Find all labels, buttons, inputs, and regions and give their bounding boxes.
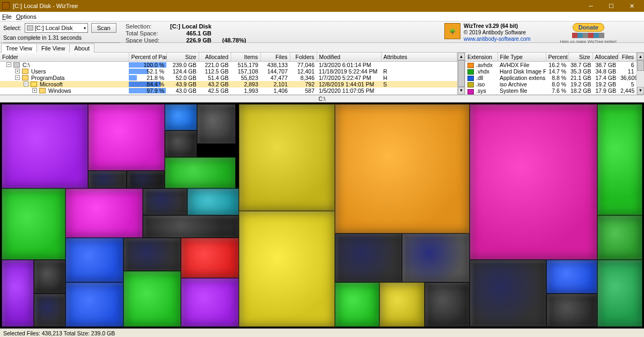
treemap-block[interactable]	[187, 188, 239, 215]
treemap-block[interactable]	[65, 188, 142, 237]
treemap-block[interactable]	[470, 104, 598, 260]
tree-scrollbar[interactable]: ▲ ▼	[457, 53, 465, 94]
scroll-thumb[interactable]	[637, 60, 644, 71]
treemap-block[interactable]	[65, 238, 123, 282]
treemap-block[interactable]	[597, 104, 642, 216]
treemap-block[interactable]	[65, 282, 123, 327]
table-row[interactable]: +Users52.1 %124.4 GB112.5 GB157,108144,7…	[0, 68, 457, 75]
expand-toggle[interactable]: +	[32, 88, 37, 93]
tree-col-allocated[interactable]: Allocated	[199, 53, 231, 61]
treemap-block[interactable]	[470, 260, 546, 327]
tab-tree-view[interactable]: Tree View	[1, 43, 37, 53]
treemap-block[interactable]	[143, 215, 239, 238]
close-button[interactable]: ✕	[621, 1, 642, 11]
ext-col-percent[interactable]: Percent	[546, 53, 568, 61]
treemap-block[interactable]	[335, 233, 402, 282]
tree-col-modified[interactable]: Modified	[317, 53, 381, 61]
tree-col-folder[interactable]: Folder	[0, 53, 129, 61]
tree-col-percent-of-parent[interactable]: Percent of Parent	[129, 53, 166, 61]
treemap-block[interactable]	[34, 260, 66, 293]
folder-icon	[31, 82, 37, 87]
treemap-block[interactable]	[181, 278, 238, 327]
table-row[interactable]: .sysSystem file7.6 %18.2 GB17.9 GB2,445	[465, 87, 636, 94]
treemap-block[interactable]	[546, 260, 598, 293]
tab-about[interactable]: About	[69, 43, 94, 53]
menu-file[interactable]: File	[2, 13, 12, 20]
treemap-block[interactable]	[335, 282, 380, 327]
tree-col-size[interactable]: Size	[166, 53, 199, 61]
menubar: File Options	[0, 12, 644, 21]
treemap-block[interactable]	[546, 294, 598, 327]
tree-col-files[interactable]: Files	[260, 53, 290, 61]
titlebar[interactable]: [C:] Local Disk - WizTree ─ ☐ ✕	[0, 0, 644, 12]
path-bar: C:\	[0, 95, 644, 102]
scroll-down-icon[interactable]: ▼	[458, 87, 465, 94]
treemap-block[interactable]	[2, 104, 88, 189]
ext-col-size[interactable]: Size	[568, 53, 592, 61]
table-row[interactable]: .avhdxAVHDX File16.2 %38.7 GB38.7 GB6	[465, 61, 636, 68]
treemap-block[interactable]	[379, 282, 425, 327]
treemap-block[interactable]	[88, 104, 165, 171]
toolbar: Select: [C:] Local Disk ▾ Scan Scan comp…	[0, 21, 644, 43]
minimize-button[interactable]: ─	[581, 1, 601, 11]
treemap-area[interactable]	[0, 102, 644, 328]
payment-cards-icon	[572, 33, 604, 38]
ext-col-allocated[interactable]: Allocated	[592, 53, 618, 61]
menu-options[interactable]: Options	[16, 13, 36, 20]
tree-col-folders[interactable]: Folders	[290, 53, 317, 61]
tree-col-items[interactable]: Items	[231, 53, 260, 61]
ext-color-swatch	[467, 76, 474, 81]
expand-toggle[interactable]: −	[15, 75, 20, 80]
treemap-block[interactable]	[197, 104, 236, 144]
donate-button[interactable]: Donate	[573, 23, 604, 32]
expand-toggle[interactable]: −	[24, 82, 28, 86]
view-tabs: Tree ViewFile ViewAbout	[0, 43, 644, 53]
table-row[interactable]: +Windows97.9 %43.0 GB42.5 GB1,9931,40658…	[0, 87, 457, 94]
treemap-block[interactable]	[123, 271, 181, 327]
ext-scrollbar[interactable]: ▲ ▼	[636, 53, 644, 94]
scroll-thumb[interactable]	[458, 60, 465, 87]
treemap-block[interactable]	[165, 130, 197, 157]
table-row[interactable]: −ProgramData21.8 %52.0 GB51.4 GB55,82347…	[0, 75, 457, 81]
scan-button[interactable]: Scan	[91, 23, 116, 33]
treemap-block[interactable]	[597, 260, 642, 327]
treemap-block[interactable]	[165, 104, 197, 131]
treemap-block[interactable]	[143, 188, 188, 215]
tree-col-attributes[interactable]: Attributes	[381, 53, 457, 61]
ext-col-files[interactable]: Files	[618, 53, 636, 61]
scroll-down-icon[interactable]: ▼	[637, 87, 644, 94]
expand-toggle[interactable]: −	[6, 62, 11, 67]
treemap-block[interactable]	[402, 233, 469, 282]
treemap-block[interactable]	[2, 188, 65, 260]
ext-col-extension[interactable]: Extension	[465, 53, 497, 61]
table-row[interactable]: .isoiso Archive8.0 %19.2 GB19.2 GB5	[465, 81, 636, 87]
maximize-button[interactable]: ☐	[601, 1, 621, 11]
table-row[interactable]: −Microsoft84.4 %43.9 GB43.2 GB2,8932,101…	[0, 81, 457, 87]
treemap-block[interactable]	[165, 157, 235, 188]
scroll-up-icon[interactable]: ▲	[637, 53, 644, 60]
treemap-block[interactable]	[181, 238, 238, 278]
treemap-block[interactable]	[239, 104, 335, 211]
treemap-block[interactable]	[34, 294, 66, 327]
ext-col-file-type[interactable]: File Type	[497, 53, 546, 61]
extension-table[interactable]: ExtensionFile TypePercentSizeAllocatedFi…	[465, 53, 636, 94]
window-title: [C:] Local Disk - WizTree	[13, 3, 581, 9]
expand-toggle[interactable]: +	[15, 69, 20, 74]
drive-select[interactable]: [C:] Local Disk ▾	[25, 23, 88, 33]
scroll-up-icon[interactable]: ▲	[458, 53, 465, 60]
treemap-block[interactable]	[127, 171, 165, 188]
treemap-block[interactable]	[123, 238, 181, 271]
treemap-block[interactable]	[88, 171, 127, 188]
table-row[interactable]: −C:\100.0 %239.0 GB221.0 GB515,179438,13…	[0, 61, 457, 68]
tree-table[interactable]: FolderPercent of ParentSizeAllocatedItem…	[0, 53, 457, 94]
treemap-block[interactable]	[597, 215, 642, 260]
brand-url[interactable]: www.antibody-software.com	[464, 36, 531, 42]
treemap-block[interactable]	[335, 104, 470, 233]
table-row[interactable]: .vhdxHard Disk Image Fi14.7 %35.3 GB34.8…	[465, 68, 636, 75]
treemap-block[interactable]	[425, 282, 470, 327]
tree-pane: FolderPercent of ParentSizeAllocatedItem…	[0, 53, 457, 94]
table-row[interactable]: .dllApplication extens8.8 %21.1 GB17.4 G…	[465, 75, 636, 81]
treemap-block[interactable]	[239, 211, 335, 327]
treemap-block[interactable]	[2, 260, 34, 327]
tab-file-view[interactable]: File View	[36, 43, 70, 53]
